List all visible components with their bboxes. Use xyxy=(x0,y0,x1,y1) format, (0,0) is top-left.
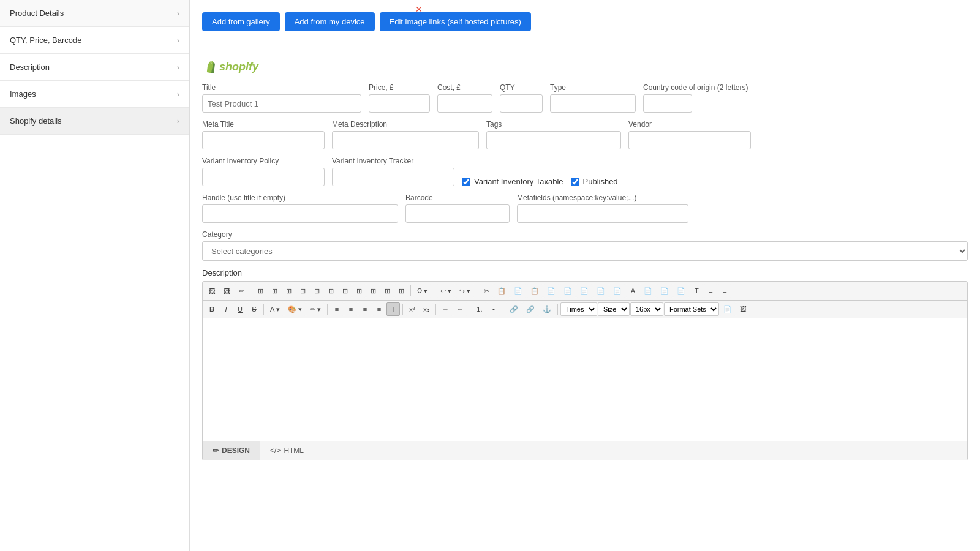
toolbar-doc2-btn[interactable]: 📄 xyxy=(560,284,576,298)
qty-input[interactable]: 161 xyxy=(500,94,543,113)
cost-input[interactable] xyxy=(437,94,492,113)
sidebar-item-qty-price-barcode[interactable]: QTY, Price, Barcode › xyxy=(0,27,189,54)
toolbar-doc5-btn[interactable]: 📄 xyxy=(609,284,625,298)
category-select[interactable]: Select categories xyxy=(202,241,968,261)
subscript-btn[interactable]: x₂ xyxy=(420,302,433,316)
sidebar-item-shopify-details[interactable]: Shopify details › xyxy=(0,108,189,135)
unordered-list-btn[interactable]: • xyxy=(487,302,500,316)
link-btn[interactable]: 🔗 xyxy=(506,302,522,316)
toolbar-doc4-btn[interactable]: 📄 xyxy=(593,284,609,298)
tags-input[interactable]: RKI:15.00 xyxy=(486,131,621,149)
toolbar-copy-btn[interactable]: 📋 xyxy=(494,284,510,298)
bold-btn[interactable]: B xyxy=(205,302,219,316)
metafields-input[interactable] xyxy=(517,204,688,223)
align-justify-btn[interactable]: ≡ xyxy=(372,302,386,316)
toolbar-cut-btn[interactable]: ✂ xyxy=(480,284,493,298)
toolbar-table-btn[interactable]: ⊞ xyxy=(254,284,267,298)
toolbar-table9-btn[interactable]: ⊞ xyxy=(366,284,380,298)
toolbar-table5-btn[interactable]: ⊞ xyxy=(310,284,323,298)
sidebar-item-images[interactable]: Images › xyxy=(0,81,189,108)
highlight-btn[interactable]: 🎨 ▾ xyxy=(284,302,306,316)
toolbar-doc6-btn[interactable]: 📄 xyxy=(640,284,656,298)
published-group: Published xyxy=(571,177,618,186)
toolbar-divider5 xyxy=(263,304,264,315)
italic-btn[interactable]: I xyxy=(219,302,233,316)
outdent-btn[interactable]: ← xyxy=(453,302,467,316)
tab-design[interactable]: ✏ DESIGN xyxy=(203,441,260,460)
sidebar-item-label: Description xyxy=(10,62,50,72)
align-left-btn[interactable]: ≡ xyxy=(330,302,344,316)
toolbar-table6-btn[interactable]: ⊞ xyxy=(324,284,337,298)
editor-body[interactable] xyxy=(203,318,967,441)
toolbar-lines2-btn[interactable]: ≡ xyxy=(718,284,731,298)
type-input[interactable] xyxy=(550,94,636,113)
ordered-list-btn[interactable]: 1. xyxy=(473,302,486,316)
indent-btn[interactable]: → xyxy=(439,302,453,316)
toolbar-doc8-btn[interactable]: 📄 xyxy=(673,284,689,298)
toolbar-paste-btn[interactable]: 📄 xyxy=(510,284,526,298)
inv-tracker-group: Variant Inventory Tracker shopify xyxy=(332,157,454,186)
toolbar-omega-btn[interactable]: Ω ▾ xyxy=(413,284,431,298)
handle-input[interactable] xyxy=(202,204,398,223)
add-from-device-button[interactable]: Add from my device xyxy=(285,12,375,31)
toolbar-redo-btn[interactable]: ↪ ▾ xyxy=(456,284,474,298)
underline-btn[interactable]: U xyxy=(233,302,247,316)
toolbar-doc-btn[interactable]: 📄 xyxy=(543,284,559,298)
toolbar-lines-btn[interactable]: ≡ xyxy=(704,284,717,298)
close-icon[interactable]: ✕ xyxy=(415,4,423,14)
toolbar-table7-btn[interactable]: ⊞ xyxy=(338,284,352,298)
superscript-btn[interactable]: x² xyxy=(405,302,419,316)
add-from-gallery-button[interactable]: Add from gallery xyxy=(202,12,280,31)
sidebar-item-description[interactable]: Description › xyxy=(0,54,189,81)
align-center-btn[interactable]: ≡ xyxy=(344,302,358,316)
format-sets-select[interactable]: Format Sets xyxy=(664,302,719,316)
vendor-input[interactable]: Hamster Vision xyxy=(628,131,751,149)
toolbar-image2-btn[interactable]: 🖼 xyxy=(220,284,234,298)
country-input[interactable] xyxy=(643,94,692,113)
format-btn[interactable]: ✏ ▾ xyxy=(306,302,325,316)
vendor-label: Vendor xyxy=(628,120,751,129)
country-group: Country code of origin (2 letters) xyxy=(643,83,748,113)
font-family-select[interactable]: Times xyxy=(560,302,597,316)
anchor-btn[interactable]: ⚓ xyxy=(539,302,555,316)
form-row-1: Title Price, £ 500.00 Cost, £ QTY 161 Ty… xyxy=(202,83,968,113)
toolbar-table2-btn[interactable]: ⊞ xyxy=(268,284,281,298)
toolbar-image-btn[interactable]: 🖼 xyxy=(205,284,219,298)
toolbar-extra2-btn[interactable]: 🖼 xyxy=(736,302,750,316)
toolbar-table4-btn[interactable]: ⊞ xyxy=(296,284,309,298)
inv-tracker-input[interactable]: shopify xyxy=(332,168,454,186)
barcode-input[interactable] xyxy=(405,204,510,223)
toolbar-extra1-btn[interactable]: 📄 xyxy=(720,302,736,316)
font-size-select[interactable]: Size xyxy=(598,302,630,316)
toolbar-paste2-btn[interactable]: 📋 xyxy=(527,284,543,298)
toolbar-doc3-btn[interactable]: 📄 xyxy=(576,284,592,298)
inv-taxable-checkbox[interactable] xyxy=(462,178,470,186)
meta-desc-input[interactable] xyxy=(332,131,479,149)
toolbar-doc7-btn[interactable]: 📄 xyxy=(657,284,673,298)
toolbar-table10-btn[interactable]: ⊞ xyxy=(380,284,394,298)
toolbar-undo-btn[interactable]: ↩ ▾ xyxy=(437,284,455,298)
title-input[interactable] xyxy=(202,94,361,113)
inv-policy-input[interactable] xyxy=(202,168,325,186)
meta-title-input[interactable] xyxy=(202,131,325,149)
editor-tabs: ✏ DESIGN </> HTML xyxy=(203,441,967,460)
align-right-btn[interactable]: ≡ xyxy=(358,302,372,316)
price-input[interactable]: 500.00 xyxy=(369,94,430,113)
meta-title-group: Meta Title xyxy=(202,120,325,149)
shopify-brand-text: shopify xyxy=(219,61,258,73)
strikethrough-btn[interactable]: S xyxy=(247,302,261,316)
tab-html[interactable]: </> HTML xyxy=(260,441,314,460)
toolbar-edit-btn[interactable]: ✏ xyxy=(235,284,248,298)
edit-image-links-button[interactable]: Edit image links (self hosted pictures) xyxy=(380,12,531,31)
toolbar-a-btn[interactable]: A xyxy=(626,284,639,298)
font-color-btn[interactable]: A ▾ xyxy=(266,302,284,316)
published-checkbox[interactable] xyxy=(571,178,579,186)
toolbar-table8-btn[interactable]: ⊞ xyxy=(352,284,366,298)
unlink-btn[interactable]: 🔗 xyxy=(522,302,538,316)
toolbar-table3-btn[interactable]: ⊞ xyxy=(282,284,295,298)
toolbar-table11-btn[interactable]: ⊞ xyxy=(394,284,408,298)
font-size-value-select[interactable]: 16px xyxy=(630,302,663,316)
sidebar-item-product-details[interactable]: Product Details › xyxy=(0,0,189,27)
block-btn[interactable]: T xyxy=(386,302,400,316)
toolbar-t-btn[interactable]: T xyxy=(690,284,703,298)
